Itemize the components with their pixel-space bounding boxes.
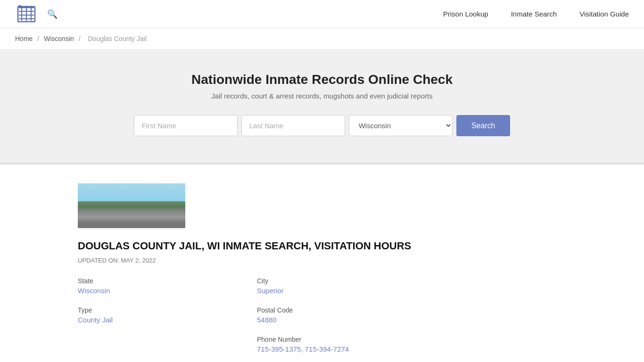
logo-area: [15, 3, 38, 25]
city-value[interactable]: Superior: [257, 287, 284, 295]
nav-inmate-search[interactable]: Inmate Search: [511, 10, 557, 18]
postal-label: Postal Code: [257, 306, 436, 314]
breadcrumb: Home / Wisconsin / Douglas County Jail: [0, 28, 644, 49]
phone-label: Phone Number: [257, 336, 436, 343]
breadcrumb-sep-2: /: [79, 35, 81, 42]
svg-point-9: [18, 5, 21, 8]
hero-subtitle: Jail records, court & arrest records, mu…: [15, 92, 629, 100]
search-form: Wisconsin Alabama Alaska Arizona Search: [15, 115, 629, 136]
empty-left: [78, 336, 257, 354]
jail-title: DOUGLAS COUNTY JAIL, WI INMATE SEARCH, V…: [78, 239, 566, 253]
breadcrumb-sep-1: /: [37, 35, 39, 42]
breadcrumb-current: Douglas County Jail: [88, 35, 147, 42]
hero-title: Nationwide Inmate Records Online Check: [15, 72, 629, 87]
site-header: 🔍 Prison Lookup Inmate Search Visitation…: [0, 0, 644, 28]
phone-value[interactable]: 715-395-1375, 715-394-7274: [257, 345, 349, 353]
nav-visitation-guide[interactable]: Visitation Guide: [579, 10, 629, 18]
nav-prison-lookup[interactable]: Prison Lookup: [443, 10, 488, 18]
last-name-input[interactable]: [241, 115, 345, 136]
jail-image: [78, 183, 185, 228]
breadcrumb-home[interactable]: Home: [15, 35, 33, 42]
updated-date: UPDATED ON: MAY 2, 2022: [78, 257, 566, 264]
header-search-button[interactable]: 🔍: [45, 7, 59, 21]
main-nav: Prison Lookup Inmate Search Visitation G…: [443, 10, 629, 18]
site-logo-icon: [15, 3, 38, 25]
postal-info: Postal Code 54880: [257, 306, 436, 324]
first-name-input[interactable]: [134, 115, 238, 136]
state-value[interactable]: Wisconsin: [78, 287, 110, 295]
phone-info: Phone Number 715-395-1375, 715-394-7274: [257, 336, 436, 354]
type-value[interactable]: County Jail: [78, 316, 113, 324]
info-grid: State Wisconsin City Superior Type Count…: [78, 277, 436, 362]
state-label: State: [78, 277, 257, 285]
state-info: State Wisconsin: [78, 277, 257, 295]
header-left: 🔍: [15, 3, 59, 25]
image-buildings: [78, 201, 185, 228]
type-info: Type County Jail: [78, 306, 257, 324]
breadcrumb-state[interactable]: Wisconsin: [44, 35, 74, 42]
search-button[interactable]: Search: [456, 115, 511, 136]
city-label: City: [257, 277, 436, 285]
type-label: Type: [78, 306, 257, 314]
jail-content: DOUGLAS COUNTY JAIL, WI INMATE SEARCH, V…: [63, 165, 581, 362]
hero-section: Nationwide Inmate Records Online Check J…: [0, 49, 644, 163]
city-info: City Superior: [257, 277, 436, 295]
postal-value: 54880: [257, 316, 277, 324]
state-select[interactable]: Wisconsin Alabama Alaska Arizona: [349, 115, 453, 136]
